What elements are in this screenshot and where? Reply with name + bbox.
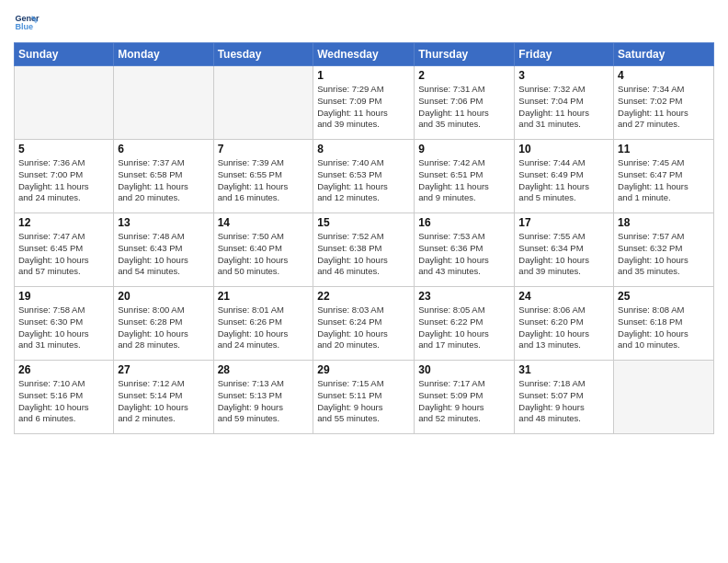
day-cell	[114, 66, 213, 140]
weekday-header-wednesday: Wednesday	[313, 43, 415, 66]
day-info: Sunrise: 8:06 AM Sunset: 6:20 PM Dayligh…	[518, 304, 609, 351]
day-cell: 6Sunrise: 7:37 AM Sunset: 6:58 PM Daylig…	[114, 140, 213, 213]
day-number: 15	[317, 216, 410, 229]
day-cell: 21Sunrise: 8:01 AM Sunset: 6:26 PM Dayli…	[213, 287, 313, 361]
day-number: 30	[418, 363, 510, 376]
day-cell	[213, 66, 313, 140]
day-info: Sunrise: 7:15 AM Sunset: 5:11 PM Dayligh…	[317, 378, 410, 425]
day-info: Sunrise: 7:36 AM Sunset: 7:00 PM Dayligh…	[18, 157, 109, 204]
logo: General Blue	[14, 9, 40, 35]
logo-icon: General Blue	[14, 9, 40, 35]
day-number: 29	[317, 363, 410, 376]
day-info: Sunrise: 7:42 AM Sunset: 6:51 PM Dayligh…	[418, 157, 510, 204]
svg-text:Blue: Blue	[15, 22, 33, 31]
day-info: Sunrise: 7:17 AM Sunset: 5:09 PM Dayligh…	[418, 378, 510, 425]
day-info: Sunrise: 7:52 AM Sunset: 6:38 PM Dayligh…	[317, 231, 410, 278]
day-info: Sunrise: 8:03 AM Sunset: 6:24 PM Dayligh…	[317, 304, 410, 351]
day-cell: 4Sunrise: 7:34 AM Sunset: 7:02 PM Daylig…	[614, 66, 714, 140]
day-info: Sunrise: 7:18 AM Sunset: 5:07 PM Dayligh…	[518, 378, 609, 425]
day-info: Sunrise: 7:48 AM Sunset: 6:43 PM Dayligh…	[118, 231, 209, 278]
day-number: 27	[118, 363, 209, 376]
day-info: Sunrise: 8:00 AM Sunset: 6:28 PM Dayligh…	[118, 304, 209, 351]
day-number: 14	[218, 216, 310, 229]
week-row-5: 26Sunrise: 7:10 AM Sunset: 5:16 PM Dayli…	[15, 361, 714, 434]
day-info: Sunrise: 7:57 AM Sunset: 6:32 PM Dayligh…	[618, 231, 710, 278]
day-info: Sunrise: 7:13 AM Sunset: 5:13 PM Dayligh…	[218, 378, 310, 425]
weekday-header-sunday: Sunday	[15, 43, 114, 66]
day-info: Sunrise: 7:32 AM Sunset: 7:04 PM Dayligh…	[518, 84, 609, 131]
week-row-3: 12Sunrise: 7:47 AM Sunset: 6:45 PM Dayli…	[15, 213, 714, 287]
day-info: Sunrise: 8:08 AM Sunset: 6:18 PM Dayligh…	[618, 304, 710, 351]
week-row-4: 19Sunrise: 7:58 AM Sunset: 6:30 PM Dayli…	[15, 287, 714, 361]
day-info: Sunrise: 7:40 AM Sunset: 6:53 PM Dayligh…	[317, 157, 410, 204]
day-info: Sunrise: 7:53 AM Sunset: 6:36 PM Dayligh…	[418, 231, 510, 278]
day-number: 6	[118, 143, 209, 155]
day-cell: 15Sunrise: 7:52 AM Sunset: 6:38 PM Dayli…	[313, 213, 415, 287]
day-cell	[15, 66, 114, 140]
weekday-header-friday: Friday	[515, 43, 614, 66]
day-info: Sunrise: 8:01 AM Sunset: 6:26 PM Dayligh…	[218, 304, 310, 351]
day-info: Sunrise: 7:12 AM Sunset: 5:14 PM Dayligh…	[118, 378, 209, 425]
day-number: 10	[518, 143, 609, 155]
day-number: 1	[317, 69, 410, 82]
day-number: 7	[218, 143, 310, 155]
weekday-header-tuesday: Tuesday	[213, 43, 313, 66]
day-cell: 12Sunrise: 7:47 AM Sunset: 6:45 PM Dayli…	[15, 213, 114, 287]
day-cell: 3Sunrise: 7:32 AM Sunset: 7:04 PM Daylig…	[515, 66, 614, 140]
day-info: Sunrise: 7:50 AM Sunset: 6:40 PM Dayligh…	[218, 231, 310, 278]
day-info: Sunrise: 7:39 AM Sunset: 6:55 PM Dayligh…	[218, 157, 310, 204]
day-cell	[614, 361, 714, 434]
weekday-header-row: SundayMondayTuesdayWednesdayThursdayFrid…	[15, 43, 714, 66]
day-cell: 18Sunrise: 7:57 AM Sunset: 6:32 PM Dayli…	[614, 213, 714, 287]
weekday-header-saturday: Saturday	[614, 43, 714, 66]
day-info: Sunrise: 7:44 AM Sunset: 6:49 PM Dayligh…	[518, 157, 609, 204]
day-number: 4	[618, 69, 710, 82]
day-cell: 23Sunrise: 8:05 AM Sunset: 6:22 PM Dayli…	[415, 287, 515, 361]
day-cell: 26Sunrise: 7:10 AM Sunset: 5:16 PM Dayli…	[15, 361, 114, 434]
day-cell: 22Sunrise: 8:03 AM Sunset: 6:24 PM Dayli…	[313, 287, 415, 361]
day-number: 2	[418, 69, 510, 82]
day-cell: 29Sunrise: 7:15 AM Sunset: 5:11 PM Dayli…	[313, 361, 415, 434]
day-cell: 17Sunrise: 7:55 AM Sunset: 6:34 PM Dayli…	[515, 213, 614, 287]
day-cell: 7Sunrise: 7:39 AM Sunset: 6:55 PM Daylig…	[213, 140, 313, 213]
day-number: 23	[418, 290, 510, 303]
day-number: 26	[18, 363, 109, 376]
day-number: 12	[18, 216, 109, 229]
day-number: 28	[218, 363, 310, 376]
day-info: Sunrise: 7:37 AM Sunset: 6:58 PM Dayligh…	[118, 157, 209, 204]
day-info: Sunrise: 7:47 AM Sunset: 6:45 PM Dayligh…	[18, 231, 109, 278]
day-cell: 2Sunrise: 7:31 AM Sunset: 7:06 PM Daylig…	[415, 66, 515, 140]
day-number: 13	[118, 216, 209, 229]
day-info: Sunrise: 7:31 AM Sunset: 7:06 PM Dayligh…	[418, 84, 510, 131]
day-cell: 30Sunrise: 7:17 AM Sunset: 5:09 PM Dayli…	[415, 361, 515, 434]
day-cell: 5Sunrise: 7:36 AM Sunset: 7:00 PM Daylig…	[15, 140, 114, 213]
day-number: 24	[518, 290, 609, 303]
day-number: 21	[218, 290, 310, 303]
day-cell: 1Sunrise: 7:29 AM Sunset: 7:09 PM Daylig…	[313, 66, 415, 140]
day-cell: 9Sunrise: 7:42 AM Sunset: 6:51 PM Daylig…	[415, 140, 515, 213]
day-cell: 24Sunrise: 8:06 AM Sunset: 6:20 PM Dayli…	[515, 287, 614, 361]
day-number: 11	[618, 143, 710, 155]
page-container: General Blue SundayMondayTuesdayWednesda…	[0, 0, 728, 563]
week-row-2: 5Sunrise: 7:36 AM Sunset: 7:00 PM Daylig…	[15, 140, 714, 213]
day-cell: 25Sunrise: 8:08 AM Sunset: 6:18 PM Dayli…	[614, 287, 714, 361]
day-cell: 27Sunrise: 7:12 AM Sunset: 5:14 PM Dayli…	[114, 361, 213, 434]
weekday-header-thursday: Thursday	[415, 43, 515, 66]
day-number: 17	[518, 216, 609, 229]
day-info: Sunrise: 7:29 AM Sunset: 7:09 PM Dayligh…	[317, 84, 410, 131]
day-number: 3	[518, 69, 609, 82]
day-cell: 20Sunrise: 8:00 AM Sunset: 6:28 PM Dayli…	[114, 287, 213, 361]
day-number: 9	[418, 143, 510, 155]
day-number: 5	[18, 143, 109, 155]
day-info: Sunrise: 7:55 AM Sunset: 6:34 PM Dayligh…	[518, 231, 609, 278]
day-number: 25	[618, 290, 710, 303]
header: General Blue	[14, 9, 714, 35]
day-number: 31	[518, 363, 609, 376]
day-info: Sunrise: 8:05 AM Sunset: 6:22 PM Dayligh…	[418, 304, 510, 351]
day-cell: 16Sunrise: 7:53 AM Sunset: 6:36 PM Dayli…	[415, 213, 515, 287]
day-cell: 31Sunrise: 7:18 AM Sunset: 5:07 PM Dayli…	[515, 361, 614, 434]
day-cell: 10Sunrise: 7:44 AM Sunset: 6:49 PM Dayli…	[515, 140, 614, 213]
day-number: 19	[18, 290, 109, 303]
weekday-header-monday: Monday	[114, 43, 213, 66]
week-row-1: 1Sunrise: 7:29 AM Sunset: 7:09 PM Daylig…	[15, 66, 714, 140]
